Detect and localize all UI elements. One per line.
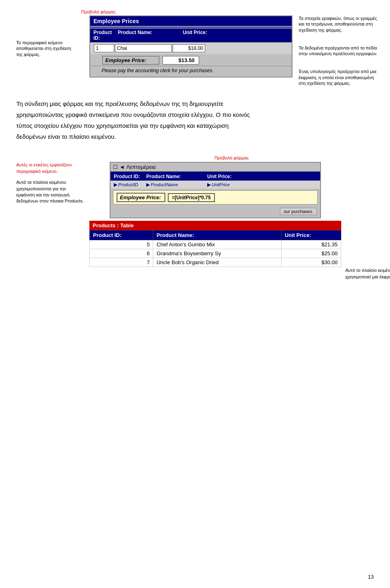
detail-emp-label: Employee Price: [117,193,165,202]
detail-title: Λεπτομέρεια [126,164,156,170]
left-annotation-top: Το περιγραφικό κείμενο αποθηκεύεται στη … [16,15,73,57]
employee-price-row: Employee Price: $13.50 [90,54,292,66]
detail-employee-row: Employee Price: =[UnitPrice]*0.75 [113,190,318,205]
checkbox-icon: ☐ [113,164,118,170]
header-product-name: Product Name: [118,30,183,41]
cell-product-id: 7 [90,258,153,267]
detail-field-name-text: ProductName [151,182,178,187]
form-header-row: Product ID: Product Name: Unit Price: [90,28,292,42]
bottom-form-area: ☐ ◄ Λεπτομέρεια Product ID: Product Name… [89,162,341,267]
cell-product-name: Chef Anton's Gumbo Mix [153,240,281,249]
top-section: Προβολή φόρμας Το περιγραφικό κείμενο απ… [16,8,374,86]
cell-unit-price: $30.00 [281,258,341,267]
form-footer-row: Please pay the accounting clerk for your… [90,66,292,77]
page: Προβολή φόρμας Το περιγραφικό κείμενο απ… [0,0,390,588]
detail-field-price-box[interactable]: ▶ UnitPrice [207,182,252,187]
products-table: Product ID: Product Name: Unit Price: 5C… [89,230,341,267]
middle-line4: δεδομένων είναι το πλαίσιο κειμένου. [16,133,116,140]
th-product-id: Product ID: [90,230,153,240]
th-product-name: Product Name: [153,230,281,240]
field-unit-price[interactable]: $18.00 [173,44,205,52]
employee-prices-form: Employee Prices Product ID: Product Name… [89,15,292,78]
bottom-section: Προβολή φόρμας Αυτές οι ετικέτες εμφανίζ… [16,154,374,280]
form-data-row: 1 Chai $18.00 [90,42,292,54]
header-product-id: Product ID: [93,30,118,41]
field-product-id[interactable]: 1 [94,44,114,52]
field-product-name[interactable]: Chai [115,44,172,52]
detail-header-name: Product Name: [146,174,207,179]
right-annotations-top: Τα στοιχεία γραφικών, όπως οι γραμμές κα… [292,15,382,86]
arrow-name-icon: ▶ [146,182,150,187]
cell-product-name: Uncle Bob's Organic Dried [153,258,281,267]
products-table-wrapper: Products : Table Product ID: Product Nam… [89,221,341,267]
form-footer-text: Please pay the accounting clerk for your… [102,68,213,73]
header-unit-price: Unit Price: [183,30,223,41]
detail-field-id-text: ProductID [118,182,138,187]
detail-field-price-text: UnitPrice [212,182,230,187]
back-arrow-icon: ◄ [119,164,125,170]
middle-text: Τη σύνδεση μιας φόρμας και της προέλευση… [16,98,374,142]
table-row: 6Grandma's Boysenberry Sy$25.00 [90,249,341,258]
right-ann-3: Ένας υπολογισμός προέρχεται από μια έκφρ… [299,69,382,86]
detail-header-bar: Product ID: Product Name: Unit Price: [110,172,320,181]
detail-data-row: ▶ ProductID ▶ ProductName ▶ UnitPrice [110,181,320,189]
right-ann-1: Τα στοιχεία γραφικών, όπως οι γραμμές κα… [299,15,382,33]
cell-unit-price: $21.35 [281,240,341,249]
form-preview-top: Employee Prices Product ID: Product Name… [73,15,292,78]
products-table-title: Products : Table [89,221,341,230]
right-ann-2: Τα δεδομένα προέρχονται από τα πεδία στη… [299,45,382,57]
detail-title-bar: ☐ ◄ Λεπτομέρεια [110,163,320,172]
middle-line1: Τη σύνδεση μιας φόρμας και της προέλευση… [16,100,223,107]
table-header-row: Product ID: Product Name: Unit Price: [90,230,341,240]
ann-left-b2: Αυτά τα πλαίσια κειμένου χρησιμοποιούντα… [16,179,85,205]
left-ann-text: Το περιγραφικό κείμενο αποθηκεύεται στη … [16,40,71,57]
detail-header-price: Unit Price: [207,174,248,179]
detail-form: ☐ ◄ Λεπτομέρεια Product ID: Product Name… [110,162,321,218]
detail-footer-text: our purchases. [280,208,317,215]
th-unit-price: Unit Price: [281,230,341,240]
cell-product-name: Grandma's Boysenberry Sy [153,249,281,258]
ann-left-b1: Αυτές οι ετικέτες εμφανίζουν περιγραφικό… [16,162,85,174]
emp-price-value[interactable]: $13.50 [162,56,199,65]
table-row: 5Chef Anton's Gumbo Mix$21.35 [90,240,341,249]
middle-line3: τύπος στοιχείου ελέγχου που χρησιμοποιεί… [16,122,229,129]
cell-product-id: 5 [90,240,153,249]
table-row: 7Uncle Bob's Organic Dried$30.00 [90,258,341,267]
detail-field-name-box[interactable]: ▶ ProductName [146,182,207,187]
left-annotations-bottom: Αυτές οι ετικέτες εμφανίζουν περιγραφικό… [16,162,89,204]
form-title: Employee Prices [93,18,139,24]
page-number: 13 [368,574,374,580]
ann-right-b: Αυτό το πλαίσιο κειμένου χρησιμοποιεί μι… [345,268,390,279]
form-title-bar: Employee Prices [90,16,292,26]
detail-emp-formula: =[UnitPrice]*0.75 [168,193,215,202]
arrow-id-icon: ▶ [114,182,117,187]
provolh-bottom-label: Προβολή φόρμας [214,155,249,160]
cell-unit-price: $25.00 [281,249,341,258]
cell-product-id: 6 [90,249,153,258]
emp-price-label: Employee Price: [102,56,159,65]
arrow-price-icon: ▶ [207,182,211,187]
detail-field-id-box[interactable]: ▶ ProductID [114,182,146,187]
middle-line2: χρησιμοποιώντας γραφικά αντικείμενα που … [16,111,250,118]
right-annotation-bottom: Αυτό το πλαίσιο κειμένου χρησιμοποιεί μι… [341,267,390,280]
detail-footer-row: our purchases. [110,206,320,218]
detail-header-id: Product ID: [114,174,146,179]
provolh-top-label: Προβολή φόρμας [81,9,116,14]
